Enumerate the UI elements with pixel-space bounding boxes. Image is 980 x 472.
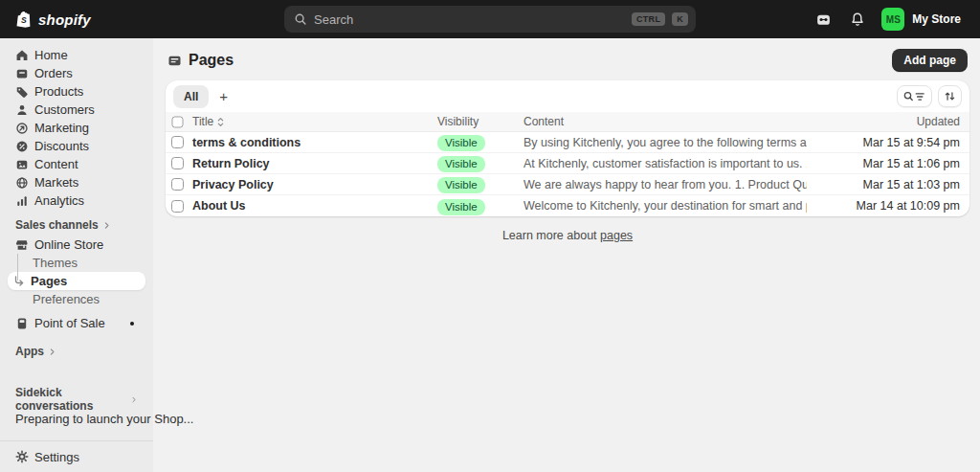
column-header-content: Content (523, 115, 807, 128)
main-content: Pages Add page All + T (153, 38, 980, 472)
analytics-icon (15, 194, 29, 208)
content-preview-cell: We are always happy to hear from you. 1.… (523, 178, 807, 191)
discounts-icon (15, 140, 29, 153)
row-checkbox[interactable] (171, 136, 184, 148)
sidebar-item-themes[interactable]: Themes (8, 254, 145, 272)
updated-cell: Mar 14 at 10:09 pm (807, 199, 960, 213)
sidebar: Home Orders Products Customers Marketing… (0, 38, 153, 472)
shopify-logo-text: shopify (38, 11, 91, 28)
chevron-right-icon (130, 395, 138, 404)
chevron-right-icon (48, 348, 56, 356)
sidebar-item-markets[interactable]: Markets (8, 173, 145, 191)
sidebar-item-content[interactable]: Content (8, 155, 145, 173)
search-filter-button[interactable] (897, 85, 932, 107)
svg-text:S: S (21, 14, 27, 24)
visibility-badge: Visible (437, 135, 485, 151)
updated-cell: Mar 15 at 9:54 pm (807, 136, 960, 149)
sidebar-item-discounts[interactable]: Discounts (8, 137, 145, 155)
updated-cell: Mar 15 at 1:06 pm (807, 157, 960, 170)
shortcut-k-key: K (672, 12, 688, 26)
orders-icon (15, 67, 29, 80)
learn-more-footer: Learn more about pages (166, 229, 969, 242)
table-row[interactable]: About Us Visible Welcome to Kitchenly, y… (166, 195, 969, 216)
sidebar-item-pages[interactable]: Pages (8, 272, 145, 290)
tab-all[interactable]: All (173, 85, 209, 108)
content-icon (15, 158, 29, 171)
markets-icon (15, 176, 29, 190)
learn-more-pages-link[interactable]: pages (600, 229, 633, 242)
shortcut-ctrl-key: CTRL (632, 12, 665, 26)
visibility-badge: Visible (437, 199, 485, 215)
page-title-cell[interactable]: Return Policy (192, 157, 437, 170)
select-all-checkbox[interactable] (172, 116, 184, 127)
sidekick-conversations-header[interactable]: Sidekick conversations (0, 392, 153, 407)
sidekick-icon (815, 11, 832, 28)
store-name: My Store (912, 12, 961, 26)
sidebar-item-analytics[interactable]: Analytics (8, 191, 145, 210)
topbar: S shopify CTRL K MS My Store (0, 0, 980, 38)
table-row[interactable]: Return Policy Visible At Kitchenly, cust… (166, 153, 969, 174)
visibility-badge: Visible (437, 177, 485, 193)
pages-icon (167, 54, 182, 68)
page-title-cell[interactable]: About Us (192, 199, 437, 213)
pages-card: All + Title Visibility Co (166, 80, 969, 216)
table-row[interactable]: Privacy Policy Visible We are always hap… (166, 174, 969, 195)
bell-icon (850, 11, 865, 27)
chevron-right-icon (102, 221, 111, 230)
search-filter-icon (902, 90, 926, 103)
column-header-updated: Updated (807, 115, 960, 128)
column-header-visibility: Visibility (437, 115, 523, 128)
page-title-cell[interactable]: Privacy Policy (192, 178, 437, 191)
sales-channels-header[interactable]: Sales channels (0, 217, 153, 233)
storefront-icon (15, 238, 29, 252)
updated-cell: Mar 15 at 1:03 pm (807, 178, 960, 191)
sidebar-item-orders[interactable]: Orders (8, 64, 145, 82)
page-title: Pages (167, 52, 234, 69)
add-page-button[interactable]: Add page (892, 49, 968, 72)
sort-button[interactable] (938, 85, 962, 107)
sidebar-item-settings[interactable]: Settings (8, 448, 145, 466)
sidebar-item-customers[interactable]: Customers (8, 101, 145, 119)
row-checkbox[interactable] (171, 157, 184, 169)
content-preview-cell: At Kitchenly, customer satisfaction is i… (523, 157, 807, 170)
row-checkbox[interactable] (171, 178, 184, 191)
store-avatar: MS (881, 8, 904, 31)
apps-header[interactable]: Apps (0, 344, 153, 359)
sidebar-item-preferences[interactable]: Preferences (8, 290, 145, 308)
nested-arrow-icon (13, 276, 25, 287)
global-search[interactable]: CTRL K (284, 6, 696, 33)
table-row[interactable]: terms & conditions Visible By using Kitc… (166, 132, 969, 153)
add-view-button[interactable]: + (212, 87, 234, 105)
home-icon (15, 49, 29, 62)
sidebar-item-marketing[interactable]: Marketing (8, 119, 145, 137)
sidekick-conversation-item[interactable]: Preparing to launch your Shop... (0, 410, 153, 427)
sidekick-button[interactable] (809, 6, 837, 33)
search-icon (294, 12, 307, 26)
search-input[interactable] (314, 12, 625, 27)
visibility-badge: Visible (437, 156, 485, 172)
products-icon (15, 85, 29, 99)
tree-connector-line (17, 254, 18, 281)
sidebar-item-home[interactable]: Home (8, 46, 145, 64)
sort-arrows-icon (944, 90, 956, 102)
shopify-logo[interactable]: S shopify (15, 10, 91, 30)
content-preview-cell: Welcome to Kitchenly, your destination f… (523, 199, 807, 213)
sidebar-item-online-store[interactable]: Online Store (8, 236, 145, 254)
table-header-row: Title Visibility Content Updated (166, 112, 969, 132)
content-preview-cell: By using Kitchenly, you agree to the fol… (523, 136, 807, 149)
row-checkbox[interactable] (171, 200, 184, 213)
marketing-icon (15, 122, 29, 135)
account-menu[interactable]: MS My Store (878, 6, 965, 33)
sort-caret-icon (216, 117, 225, 127)
column-header-title[interactable]: Title (192, 115, 437, 128)
sidebar-item-products[interactable]: Products (8, 82, 145, 101)
sidebar-item-point-of-sale[interactable]: Point of Sale (8, 314, 145, 332)
point-of-sale-status-dot (130, 322, 134, 326)
point-of-sale-icon (15, 317, 29, 330)
notifications-button[interactable] (843, 6, 872, 33)
page-title-cell[interactable]: terms & conditions (192, 136, 437, 149)
shopify-bag-icon: S (15, 10, 33, 30)
gear-icon (15, 450, 29, 463)
customers-icon (15, 103, 29, 117)
